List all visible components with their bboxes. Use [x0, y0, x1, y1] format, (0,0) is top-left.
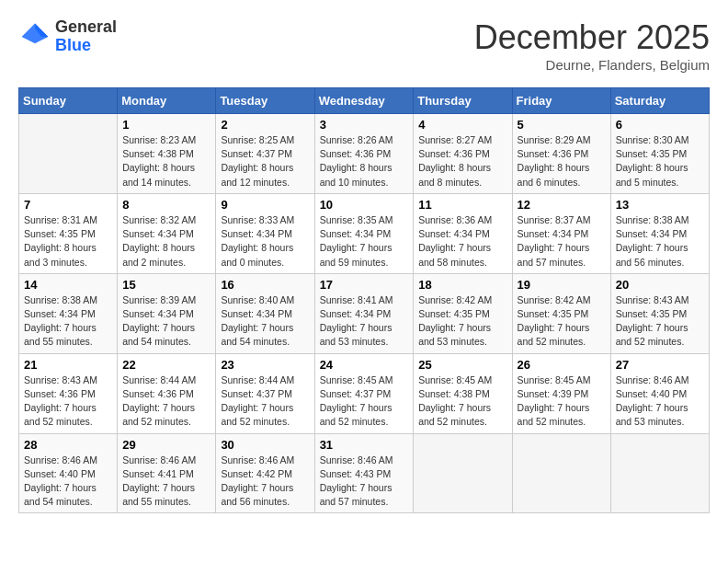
header-day-thursday: Thursday [414, 88, 512, 114]
day-detail: Sunrise: 8:38 AMSunset: 4:34 PMDaylight:… [24, 293, 112, 350]
calendar-cell: 7Sunrise: 8:31 AMSunset: 4:35 PMDaylight… [19, 193, 118, 273]
calendar-cell: 5Sunrise: 8:29 AMSunset: 4:36 PMDaylight… [512, 114, 610, 194]
week-row-1: 7Sunrise: 8:31 AMSunset: 4:35 PMDaylight… [19, 193, 710, 273]
calendar-cell: 28Sunrise: 8:46 AMSunset: 4:40 PMDayligh… [19, 433, 118, 513]
month-title: December 2025 [474, 18, 710, 57]
calendar-cell: 24Sunrise: 8:45 AMSunset: 4:37 PMDayligh… [314, 353, 414, 433]
day-detail: Sunrise: 8:44 AMSunset: 4:37 PMDaylight:… [221, 373, 309, 430]
calendar-cell: 6Sunrise: 8:30 AMSunset: 4:35 PMDaylight… [610, 114, 709, 194]
calendar-cell: 14Sunrise: 8:38 AMSunset: 4:34 PMDayligh… [19, 273, 118, 353]
day-detail: Sunrise: 8:45 AMSunset: 4:39 PMDaylight:… [518, 373, 606, 430]
day-number: 11 [418, 198, 506, 212]
day-detail: Sunrise: 8:31 AMSunset: 4:35 PMDaylight:… [24, 213, 112, 270]
day-number: 20 [616, 278, 704, 292]
week-row-3: 21Sunrise: 8:43 AMSunset: 4:36 PMDayligh… [19, 353, 710, 433]
day-number: 29 [122, 438, 210, 452]
calendar-cell: 31Sunrise: 8:46 AMSunset: 4:43 PMDayligh… [314, 433, 414, 513]
page-header: General Blue December 2025 Deurne, Fland… [18, 18, 710, 73]
day-detail: Sunrise: 8:46 AMSunset: 4:41 PMDaylight:… [122, 454, 210, 510]
calendar-header: SundayMondayTuesdayWednesdayThursdayFrid… [19, 88, 710, 114]
calendar-cell: 12Sunrise: 8:37 AMSunset: 4:34 PMDayligh… [512, 193, 610, 273]
calendar-cell: 29Sunrise: 8:46 AMSunset: 4:41 PMDayligh… [118, 433, 216, 513]
calendar-cell: 22Sunrise: 8:44 AMSunset: 4:36 PMDayligh… [118, 353, 216, 433]
calendar-cell: 18Sunrise: 8:42 AMSunset: 4:35 PMDayligh… [414, 273, 512, 353]
day-number: 30 [221, 438, 309, 452]
calendar-cell: 10Sunrise: 8:35 AMSunset: 4:34 PMDayligh… [314, 193, 414, 273]
day-detail: Sunrise: 8:33 AMSunset: 4:34 PMDaylight:… [221, 213, 309, 270]
day-detail: Sunrise: 8:43 AMSunset: 4:35 PMDaylight:… [616, 293, 704, 350]
calendar-body: 1Sunrise: 8:23 AMSunset: 4:38 PMDaylight… [19, 114, 710, 513]
day-detail: Sunrise: 8:44 AMSunset: 4:36 PMDaylight:… [122, 373, 210, 430]
day-detail: Sunrise: 8:25 AMSunset: 4:37 PMDaylight:… [221, 133, 309, 190]
header-day-saturday: Saturday [610, 88, 709, 114]
day-detail: Sunrise: 8:45 AMSunset: 4:38 PMDaylight:… [418, 373, 506, 430]
day-detail: Sunrise: 8:27 AMSunset: 4:36 PMDaylight:… [418, 133, 506, 190]
calendar-cell [414, 433, 512, 513]
day-number: 7 [24, 198, 112, 212]
calendar-cell: 4Sunrise: 8:27 AMSunset: 4:36 PMDaylight… [414, 114, 512, 194]
day-detail: Sunrise: 8:38 AMSunset: 4:34 PMDaylight:… [616, 213, 704, 270]
day-detail: Sunrise: 8:30 AMSunset: 4:35 PMDaylight:… [616, 133, 704, 190]
logo-general: General [55, 18, 117, 37]
day-detail: Sunrise: 8:45 AMSunset: 4:37 PMDaylight:… [320, 373, 409, 430]
day-number: 19 [518, 278, 606, 292]
day-detail: Sunrise: 8:23 AMSunset: 4:38 PMDaylight:… [122, 133, 210, 190]
calendar-cell: 27Sunrise: 8:46 AMSunset: 4:40 PMDayligh… [610, 353, 709, 433]
calendar-cell [19, 114, 118, 194]
day-number: 3 [320, 118, 409, 132]
day-detail: Sunrise: 8:40 AMSunset: 4:34 PMDaylight:… [221, 293, 309, 350]
day-number: 16 [221, 278, 309, 292]
calendar-cell [512, 433, 610, 513]
day-number: 13 [616, 198, 704, 212]
header-day-wednesday: Wednesday [314, 88, 414, 114]
day-detail: Sunrise: 8:37 AMSunset: 4:34 PMDaylight:… [518, 213, 606, 270]
week-row-0: 1Sunrise: 8:23 AMSunset: 4:38 PMDaylight… [19, 114, 710, 194]
calendar-cell: 16Sunrise: 8:40 AMSunset: 4:34 PMDayligh… [216, 273, 314, 353]
logo-icon [18, 20, 51, 53]
day-number: 15 [122, 278, 210, 292]
calendar-cell: 11Sunrise: 8:36 AMSunset: 4:34 PMDayligh… [414, 193, 512, 273]
day-detail: Sunrise: 8:43 AMSunset: 4:36 PMDaylight:… [24, 373, 112, 430]
day-detail: Sunrise: 8:42 AMSunset: 4:35 PMDaylight:… [418, 293, 506, 350]
week-row-4: 28Sunrise: 8:46 AMSunset: 4:40 PMDayligh… [19, 433, 710, 513]
day-detail: Sunrise: 8:46 AMSunset: 4:40 PMDaylight:… [616, 373, 704, 430]
calendar-cell: 20Sunrise: 8:43 AMSunset: 4:35 PMDayligh… [610, 273, 709, 353]
day-number: 9 [221, 198, 309, 212]
header-day-tuesday: Tuesday [216, 88, 314, 114]
calendar-cell: 9Sunrise: 8:33 AMSunset: 4:34 PMDaylight… [216, 193, 314, 273]
day-number: 5 [518, 118, 606, 132]
title-block: December 2025 Deurne, Flanders, Belgium [474, 18, 710, 73]
calendar-cell: 3Sunrise: 8:26 AMSunset: 4:36 PMDaylight… [314, 114, 414, 194]
day-number: 10 [320, 198, 409, 212]
day-detail: Sunrise: 8:42 AMSunset: 4:35 PMDaylight:… [518, 293, 606, 350]
day-number: 17 [320, 278, 409, 292]
header-day-friday: Friday [512, 88, 610, 114]
day-detail: Sunrise: 8:26 AMSunset: 4:36 PMDaylight:… [320, 133, 409, 190]
day-number: 21 [24, 358, 112, 372]
day-detail: Sunrise: 8:46 AMSunset: 4:40 PMDaylight:… [24, 454, 112, 510]
day-detail: Sunrise: 8:46 AMSunset: 4:43 PMDaylight:… [320, 454, 409, 510]
calendar-cell: 1Sunrise: 8:23 AMSunset: 4:38 PMDaylight… [118, 114, 216, 194]
day-number: 31 [320, 438, 409, 452]
location: Deurne, Flanders, Belgium [474, 57, 710, 73]
day-number: 27 [616, 358, 704, 372]
calendar-cell: 26Sunrise: 8:45 AMSunset: 4:39 PMDayligh… [512, 353, 610, 433]
day-number: 4 [418, 118, 506, 132]
calendar-cell: 25Sunrise: 8:45 AMSunset: 4:38 PMDayligh… [414, 353, 512, 433]
day-number: 6 [616, 118, 704, 132]
day-number: 1 [122, 118, 210, 132]
calendar-cell: 17Sunrise: 8:41 AMSunset: 4:34 PMDayligh… [314, 273, 414, 353]
calendar-cell: 19Sunrise: 8:42 AMSunset: 4:35 PMDayligh… [512, 273, 610, 353]
calendar-cell: 13Sunrise: 8:38 AMSunset: 4:34 PMDayligh… [610, 193, 709, 273]
header-row: SundayMondayTuesdayWednesdayThursdayFrid… [19, 88, 710, 114]
day-number: 12 [518, 198, 606, 212]
logo-blue: Blue [55, 37, 117, 55]
day-number: 14 [24, 278, 112, 292]
day-number: 18 [418, 278, 506, 292]
logo-text: General Blue [55, 18, 117, 55]
day-detail: Sunrise: 8:46 AMSunset: 4:42 PMDaylight:… [221, 454, 309, 510]
day-detail: Sunrise: 8:32 AMSunset: 4:34 PMDaylight:… [122, 213, 210, 270]
header-day-sunday: Sunday [19, 88, 118, 114]
calendar-cell: 23Sunrise: 8:44 AMSunset: 4:37 PMDayligh… [216, 353, 314, 433]
day-number: 26 [518, 358, 606, 372]
